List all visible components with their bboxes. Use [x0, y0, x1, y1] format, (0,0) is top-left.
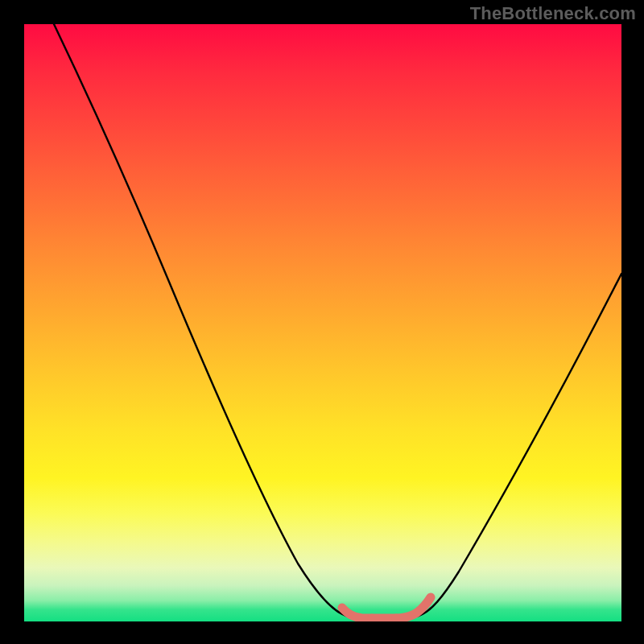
bottleneck-curve [54, 24, 621, 618]
curve-layer [24, 24, 621, 621]
watermark-text: TheBottleneck.com [470, 3, 636, 24]
optimal-band-left [342, 608, 372, 618]
chart-frame: TheBottleneck.com [0, 0, 644, 644]
optimal-band-right [396, 597, 431, 618]
plot-area [24, 24, 621, 621]
